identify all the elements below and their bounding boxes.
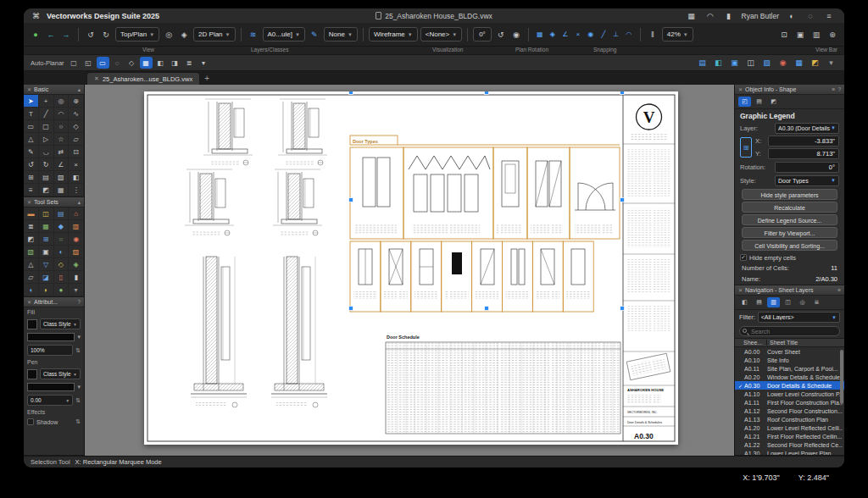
presentation-icon[interactable]: ▥ bbox=[810, 28, 823, 42]
oval-tool-icon[interactable]: ◇ bbox=[69, 120, 84, 133]
marquee-rect-icon[interactable]: ▭ bbox=[97, 57, 109, 69]
selection-handle[interactable] bbox=[349, 198, 353, 202]
door-tool-icon[interactable]: ◫ bbox=[39, 208, 54, 220]
position-reference-icon[interactable]: ⊞ bbox=[740, 137, 752, 158]
star-tool-icon[interactable]: ☆ bbox=[54, 133, 70, 146]
fixture-tool-icon[interactable]: ◇ bbox=[54, 258, 70, 271]
basic-palette-icon[interactable]: ▣ bbox=[728, 57, 741, 69]
close-icon[interactable]: ✕ bbox=[27, 299, 31, 305]
collapse-icon[interactable]: ▴ bbox=[78, 199, 81, 206]
section-tool-icon[interactable]: ▨ bbox=[69, 246, 84, 258]
sheet-layer-row[interactable]: ✓ A0.30 Door Details & Schedule bbox=[735, 381, 844, 390]
slab-tool-icon[interactable]: ▦ bbox=[39, 220, 54, 233]
screen-mirroring-icon[interactable]: ▦ bbox=[685, 9, 698, 23]
user-menu[interactable]: Ryan Butler bbox=[742, 12, 779, 20]
scale-tool-icon[interactable]: ⊡ bbox=[69, 146, 84, 158]
next-selection-icon[interactable]: ◨ bbox=[169, 57, 181, 69]
fill-opacity-field[interactable]: 100% bbox=[27, 345, 73, 356]
resource-manager-icon[interactable]: ◉ bbox=[776, 57, 789, 69]
apple-menu-icon[interactable]: ⌘ bbox=[32, 12, 40, 20]
selection-handle[interactable] bbox=[485, 307, 489, 311]
prev-selection-icon[interactable]: ◧ bbox=[154, 57, 167, 69]
x-coordinate-field[interactable]: -3.833" bbox=[768, 136, 839, 147]
palette-menu-icon[interactable]: ▾ bbox=[825, 57, 837, 69]
mirror-tool-icon[interactable]: ⇄ bbox=[54, 146, 70, 158]
page-view-icon[interactable]: ▣ bbox=[793, 28, 807, 42]
sheet-page[interactable]: Door Types bbox=[144, 91, 678, 445]
column-tool-icon[interactable]: ◆ bbox=[54, 220, 70, 233]
sheet-layer-row[interactable]: A0.20 Window Details & Schedule bbox=[735, 373, 844, 381]
rounded-rectangle-tool-icon[interactable]: ▢ bbox=[39, 120, 54, 133]
line-weight-dropdown[interactable]: 0.00▼ bbox=[27, 395, 73, 406]
marquee-lasso-icon[interactable]: ◌ bbox=[111, 57, 124, 69]
close-icon[interactable]: ✕ bbox=[738, 86, 743, 92]
rotate-plan-icon[interactable]: ↺ bbox=[494, 28, 508, 42]
snap-edge-icon[interactable]: ╱ bbox=[598, 28, 609, 41]
snap-angle-icon[interactable]: ∠ bbox=[559, 28, 571, 41]
compass-icon[interactable]: ◉ bbox=[509, 28, 523, 42]
arc-tool-icon[interactable]: ◠ bbox=[54, 108, 70, 120]
chevron-down-icon[interactable]: ▾ bbox=[77, 384, 81, 390]
redo-icon[interactable]: ↻ bbox=[99, 28, 113, 42]
snap-perpendicular-icon[interactable]: ⊥ bbox=[610, 28, 622, 41]
forward-arrow-icon[interactable]: → bbox=[59, 28, 73, 42]
search-input[interactable] bbox=[739, 326, 840, 336]
sheet-layer-row[interactable]: A1.22 Second Floor Reflected Ce... bbox=[735, 440, 844, 449]
pen-style-dropdown[interactable]: Class Style▼ bbox=[40, 368, 81, 379]
selection-handle[interactable] bbox=[620, 91, 625, 95]
split-tool-icon[interactable]: ◧ bbox=[69, 171, 84, 184]
battery-icon[interactable]: ▮ bbox=[722, 9, 736, 23]
fill-color-swatch[interactable] bbox=[27, 319, 37, 329]
shape-tab-icon[interactable]: ◰ bbox=[738, 97, 751, 107]
back-arrow-icon[interactable]: ← bbox=[44, 28, 58, 42]
hide-style-parameters-button[interactable]: Hide style parameters bbox=[742, 189, 837, 200]
design-layers-tab-icon[interactable]: ▤ bbox=[753, 297, 765, 307]
view-mode-dropdown[interactable]: Top/Plan▼ bbox=[115, 27, 159, 42]
interactive-scaling-on-icon[interactable]: ◱ bbox=[82, 57, 95, 69]
sheet-layer-row[interactable]: A1.11 First Floor Construction Pla... bbox=[735, 398, 844, 407]
saved-views-icon[interactable]: ◎ bbox=[162, 28, 175, 42]
new-tab-button[interactable]: + bbox=[200, 72, 214, 85]
sheet-title-column[interactable]: Sheet Title bbox=[767, 340, 844, 346]
selection-handle[interactable] bbox=[349, 91, 353, 95]
recalculate-button[interactable]: Recalculate bbox=[742, 202, 837, 213]
sheet-layer-row[interactable]: A0.11 Site Plan, Carport & Pool... bbox=[735, 364, 844, 373]
snap-intersection-icon[interactable]: × bbox=[572, 28, 584, 41]
door-schedule-table[interactable]: Door Schedule bbox=[386, 335, 620, 434]
landscape-tool-icon[interactable]: ▧ bbox=[24, 246, 39, 258]
render-tab-icon[interactable]: ◩ bbox=[767, 97, 780, 107]
snap-object-icon[interactable]: ◈ bbox=[547, 28, 559, 41]
wall-tool-icon[interactable]: ▬ bbox=[24, 208, 39, 220]
chevron-down-icon[interactable]: ▾ bbox=[77, 334, 81, 340]
close-icon[interactable]: ✕ bbox=[27, 86, 31, 92]
hatch-tool-icon[interactable]: ▤ bbox=[39, 171, 54, 184]
highlight-mode-icon[interactable]: ≣ bbox=[183, 57, 196, 69]
wall-section-details[interactable] bbox=[185, 99, 327, 407]
text-tool-icon[interactable]: T bbox=[24, 108, 39, 120]
sheet-layer-row[interactable]: A1.20 Lower Level Reflected Ceili... bbox=[735, 423, 844, 432]
rectangle-tool-icon[interactable]: ▭ bbox=[24, 120, 39, 133]
triangle-tool-icon[interactable]: △ bbox=[24, 133, 39, 146]
mode-menu-icon[interactable]: ▾ bbox=[198, 57, 210, 69]
zoom-dropdown[interactable]: 42%▼ bbox=[662, 27, 693, 42]
layer-filter-dropdown[interactable]: <All Layers> ▼ bbox=[758, 312, 840, 323]
rotate-right-tool-icon[interactable]: ↻ bbox=[39, 158, 54, 171]
help-icon[interactable]: ? bbox=[837, 86, 841, 92]
fill-style-dropdown[interactable]: Class Style▼ bbox=[40, 318, 81, 329]
sheet-layer-row[interactable]: A1.10 Lower Level Construction P... bbox=[735, 390, 844, 398]
polygon-tool-icon[interactable]: ▷ bbox=[39, 133, 54, 146]
foundation-tool-icon[interactable]: ▽ bbox=[39, 258, 54, 271]
sheet-layer-row[interactable]: A1.21 First Floor Reflected Ceilin... bbox=[735, 432, 844, 440]
snapping-palette-icon[interactable]: ◫ bbox=[744, 57, 757, 69]
plan-mode-dropdown[interactable]: 2D Plan▼ bbox=[193, 27, 235, 42]
align-tool-icon[interactable]: ≡ bbox=[24, 184, 39, 196]
classes-icon[interactable]: ✎ bbox=[308, 28, 321, 42]
snap-loupe-tool-icon[interactable]: ⊕ bbox=[69, 95, 84, 108]
palette-menu-icon[interactable]: ≡ bbox=[837, 287, 841, 293]
dimension-tool-icon[interactable]: ▱ bbox=[24, 271, 39, 284]
filter-by-viewport-button[interactable]: Filter by Viewport... bbox=[742, 227, 837, 238]
close-icon[interactable]: ✕ bbox=[738, 287, 743, 293]
pen-pattern-bar[interactable] bbox=[27, 383, 75, 391]
equipment-tool-icon[interactable]: ◗ bbox=[39, 284, 54, 296]
pattern-tool-icon[interactable]: ▧ bbox=[54, 171, 70, 184]
